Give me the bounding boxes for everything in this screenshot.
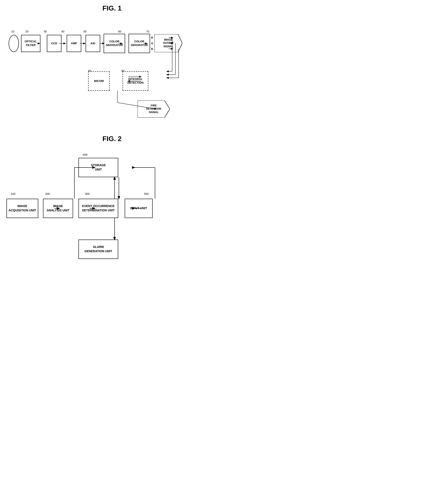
- ref-70: 70: [146, 30, 149, 33]
- fire-detection-signal: FIREDETECTIONSIGNAL: [138, 100, 170, 118]
- ccd-box: CCD: [47, 35, 62, 52]
- ref-300: 300: [85, 192, 90, 195]
- rgb-b-label: B: [151, 48, 153, 50]
- lens: [9, 35, 19, 52]
- ref-50: 50: [83, 30, 86, 33]
- ref-60: 60: [118, 30, 121, 33]
- ref-100: 100: [11, 192, 16, 195]
- rgb-r-label: R: [151, 36, 153, 39]
- fig1-title: FIG. 1: [4, 4, 220, 12]
- ref-200: 200: [45, 192, 50, 195]
- ref-20: 20: [25, 30, 28, 33]
- fig1-container: 10 20 30 40 50 60 70 80 90 OPTICALFILTER…: [4, 19, 220, 122]
- ref-40: 40: [61, 30, 64, 33]
- micom-box: MICOM: [88, 71, 110, 91]
- ref-500: 500: [144, 192, 149, 195]
- amp-box: AMP: [67, 35, 81, 52]
- image-analysis-unit: IMAGEANALYSIS UNIT: [43, 199, 73, 218]
- event-occurrence-unit: EVENT OCCURRENCEDETERMINATION UNIT: [79, 199, 118, 218]
- optical-filter-box: OPTICALFILTER: [21, 35, 40, 52]
- ref-30: 30: [44, 30, 47, 33]
- ad-box: A/D: [86, 35, 100, 52]
- integral-detection-box: INTEGRALDETECTION: [123, 71, 148, 91]
- alarm-generation-unit: ALARMGENERATION UNIT: [79, 240, 118, 259]
- image-output-signal: IMAGEOUTPUTSIGNAL: [154, 34, 182, 52]
- ref-400: 400: [83, 153, 87, 156]
- color-separator-1-box: COLORSEPARATOR: [104, 34, 125, 53]
- fig2-container: 100 200 300 400 500 600 IMAGEACQUISITION…: [4, 149, 220, 278]
- storage-unit: STORAGEUNIT: [79, 158, 118, 177]
- input-unit: INPUT UNIT: [125, 199, 153, 218]
- color-separator-2-box: COLORSEPARATOR: [128, 34, 150, 53]
- rgb-g-label: G: [151, 42, 153, 45]
- fig2-title: FIG. 2: [4, 135, 220, 143]
- ref-10: 10: [11, 30, 14, 33]
- image-acquisition-unit: IMAGEACQUISITION UNIT: [6, 199, 38, 218]
